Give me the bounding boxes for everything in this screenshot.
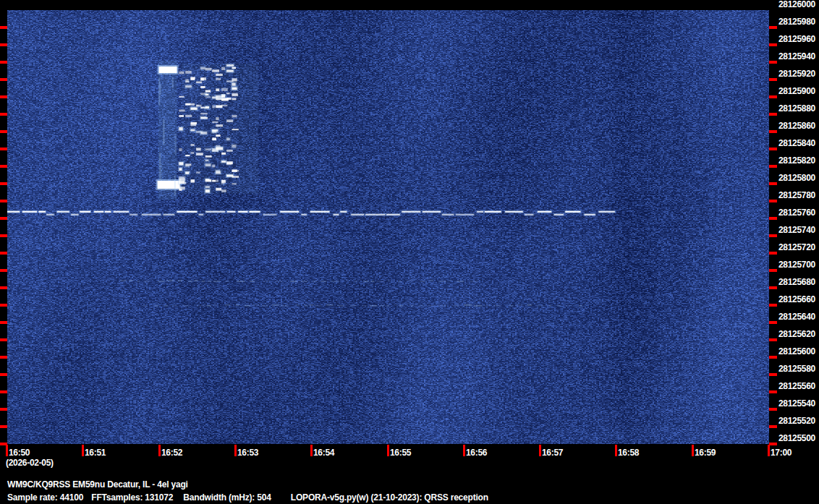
freq-axis-label: 28125980 — [778, 17, 818, 26]
freq-tick — [0, 252, 7, 255]
time-axis-label: 16:52 — [161, 448, 182, 458]
freq-tick — [769, 321, 777, 324]
freq-tick — [0, 113, 7, 116]
freq-axis-label: 28125820 — [778, 156, 818, 165]
time-tick — [158, 445, 161, 456]
freq-tick — [0, 182, 7, 185]
freq-tick — [769, 113, 777, 116]
freq-tick — [769, 43, 777, 46]
freq-axis-label: 28125800 — [778, 174, 818, 182]
freq-tick — [769, 26, 777, 29]
freq-tick — [0, 217, 7, 220]
time-tick — [82, 445, 84, 456]
time-axis-label: 16:51 — [85, 448, 106, 458]
freq-tick — [769, 78, 777, 81]
freq-axis-label: 28125580 — [778, 364, 818, 373]
freq-axis-label: 28125540 — [778, 399, 818, 408]
freq-axis-label: 28125780 — [778, 191, 818, 200]
freq-axis-label: 28125680 — [778, 278, 818, 286]
freq-axis-label: 28125500 — [778, 434, 818, 443]
freq-tick — [769, 95, 777, 98]
station-info-text: WM9C/KQ9RSS EM59nu Decatur, IL - 4el yag… — [7, 479, 188, 490]
freq-axis-label: 28125860 — [778, 121, 818, 130]
software-version-text: LOPORA-v5g.py(w) (21-10-2023): QRSS rece… — [291, 492, 488, 503]
freq-axis-label: 28126000 — [778, 0, 818, 9]
freq-axis-label: 28125920 — [778, 69, 818, 78]
time-tick — [615, 445, 617, 456]
freq-axis-label: 28125900 — [778, 87, 818, 95]
freq-tick — [0, 148, 7, 150]
freq-tick — [769, 425, 777, 428]
freq-tick — [769, 217, 777, 220]
freq-tick — [769, 252, 777, 255]
time-axis-label: 16:53 — [237, 448, 258, 458]
freq-tick — [769, 373, 777, 376]
freq-tick — [769, 443, 777, 445]
fft-samples-text: FFTsamples: 131072 — [91, 492, 173, 503]
time-axis-label: 16:57 — [542, 448, 563, 458]
freq-tick — [769, 182, 777, 185]
time-axis-label: 16:50 — [9, 448, 30, 458]
freq-tick — [0, 321, 7, 324]
sample-rate-text: Sample rate: 44100 — [7, 492, 83, 503]
freq-tick — [769, 200, 777, 202]
freq-tick — [0, 304, 7, 307]
time-tick — [539, 445, 541, 456]
spectrogram-canvas — [7, 10, 769, 444]
freq-tick — [0, 286, 7, 289]
freq-tick — [769, 286, 777, 289]
freq-tick — [769, 356, 777, 359]
time-tick — [692, 445, 694, 456]
freq-axis-label: 28125880 — [778, 104, 818, 113]
freq-tick — [0, 390, 7, 393]
freq-tick — [769, 61, 777, 64]
freq-axis-label: 28125560 — [778, 382, 818, 390]
freq-tick — [0, 269, 7, 272]
time-axis-label: 16:56 — [466, 448, 487, 458]
time-tick — [768, 445, 770, 456]
freq-tick — [769, 269, 777, 272]
freq-tick — [0, 200, 7, 202]
freq-tick — [769, 408, 777, 411]
time-axis-label: 16:55 — [390, 448, 411, 458]
time-tick — [6, 445, 8, 456]
freq-tick — [769, 338, 777, 341]
time-tick — [234, 445, 237, 456]
freq-axis-label: 28125660 — [778, 295, 818, 304]
freq-axis-label: 28125840 — [778, 139, 818, 148]
freq-tick — [769, 165, 777, 168]
freq-tick — [769, 304, 777, 307]
freq-tick — [0, 165, 7, 168]
freq-tick — [0, 425, 7, 428]
time-axis-label: 16:54 — [313, 448, 334, 458]
freq-tick — [769, 390, 777, 393]
freq-tick — [0, 26, 7, 29]
freq-axis-label: 28125700 — [778, 260, 818, 269]
time-tick — [310, 445, 313, 456]
freq-tick — [0, 43, 7, 46]
date-label: (2026-02-05) — [6, 458, 54, 468]
freq-tick — [0, 373, 7, 376]
freq-tick — [769, 234, 777, 237]
freq-axis-label: 28125760 — [778, 208, 818, 217]
time-tick — [463, 445, 465, 456]
time-axis-label: 16:58 — [618, 448, 639, 458]
freq-axis-label: 28125740 — [778, 226, 818, 234]
freq-axis-label: 28125600 — [778, 347, 818, 356]
freq-tick — [0, 78, 7, 81]
freq-axis-label: 28125940 — [778, 52, 818, 61]
freq-tick — [0, 408, 7, 411]
freq-tick — [769, 148, 777, 150]
freq-tick — [769, 130, 777, 133]
bandwidth-text: Bandwidth (mHz): 504 — [183, 492, 271, 503]
freq-tick — [0, 356, 7, 359]
freq-tick — [0, 61, 7, 64]
time-axis-label: 17:00 — [771, 448, 792, 458]
time-axis-label: 16:59 — [695, 448, 716, 458]
freq-axis-label: 28125620 — [778, 330, 818, 338]
time-tick — [387, 445, 389, 456]
freq-axis-label: 28125520 — [778, 417, 818, 425]
qrss-grabber-screen: 2812600028125980281259602812594028125920… — [0, 0, 819, 504]
freq-tick — [0, 338, 7, 341]
capture-settings-text: Sample rate: 44100 FFTsamples: 131072 Ba… — [7, 492, 488, 503]
